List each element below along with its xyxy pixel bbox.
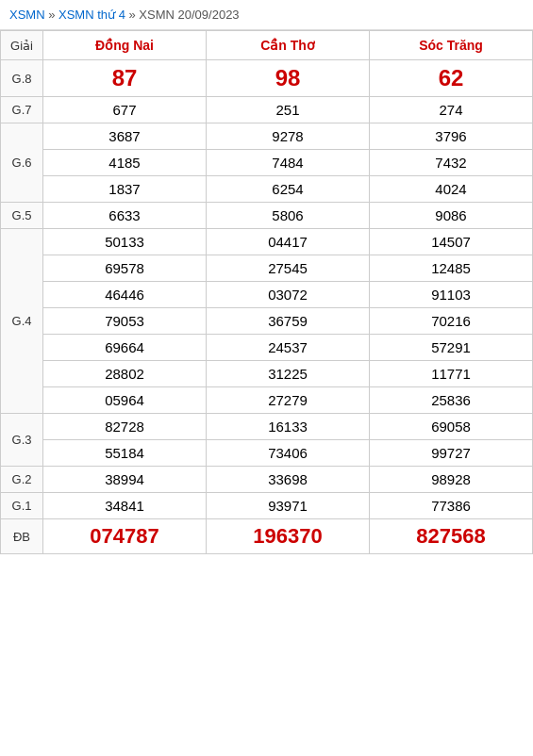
prize-value-g8-0: 87 xyxy=(43,60,207,97)
prize-value-g4-4-2: 57291 xyxy=(370,335,533,361)
prize-value-g8-2: 62 xyxy=(370,60,533,97)
prize-value-g2-0: 38994 xyxy=(43,467,207,493)
prize-label-g8: G.8 xyxy=(1,60,43,97)
prize-value-g6-1-2: 7432 xyxy=(370,150,533,176)
prize-value-g7-1: 251 xyxy=(207,97,370,123)
prize-value-g4-2-1: 03072 xyxy=(207,282,370,308)
prize-value-g4-0-1: 04417 xyxy=(207,229,370,255)
prize-label-db: ĐB xyxy=(1,519,43,554)
prize-value-g4-3-2: 70216 xyxy=(370,308,533,335)
prize-value-g4-1-0: 69578 xyxy=(43,255,207,282)
prize-value-db-1: 196370 xyxy=(207,519,370,554)
prize-label-g6: G.6 xyxy=(1,123,43,203)
prize-value-g4-0-2: 14507 xyxy=(370,229,533,255)
prize-label-g4: G.4 xyxy=(1,229,43,414)
prize-value-g8-1: 98 xyxy=(207,60,370,97)
prize-value-g4-3-0: 79053 xyxy=(43,308,207,335)
breadcrumb-sep1: » xyxy=(48,8,58,22)
prize-value-g7-2: 274 xyxy=(370,97,533,123)
prize-label-g2: G.2 xyxy=(1,467,43,493)
prize-value-g1-2: 77386 xyxy=(370,493,533,519)
prize-label-g5: G.5 xyxy=(1,203,43,229)
prize-value-g4-3-1: 36759 xyxy=(207,308,370,335)
prize-value-g2-2: 98928 xyxy=(370,467,533,493)
breadcrumb-link-xsmn[interactable]: XSMN xyxy=(9,8,45,22)
prize-value-g6-2-0: 1837 xyxy=(43,176,207,203)
prize-value-g3-0-2: 69058 xyxy=(370,414,533,440)
breadcrumb-current: XSMN 20/09/2023 xyxy=(139,8,239,22)
prize-value-db-2: 827568 xyxy=(370,519,533,554)
prize-label-g3: G.3 xyxy=(1,414,43,467)
prize-label-g7: G.7 xyxy=(1,97,43,123)
prize-value-g4-6-0: 05964 xyxy=(43,387,207,414)
prize-value-g3-1-2: 99727 xyxy=(370,440,533,467)
prize-value-g3-1-1: 73406 xyxy=(207,440,370,467)
prize-value-g6-1-0: 4185 xyxy=(43,150,207,176)
prize-value-g3-0-1: 16133 xyxy=(207,414,370,440)
prize-value-g4-2-0: 46446 xyxy=(43,282,207,308)
prize-value-g7-0: 677 xyxy=(43,97,207,123)
col-header-giai: Giải xyxy=(1,31,43,60)
prize-value-g4-5-2: 11771 xyxy=(370,361,533,387)
prize-label-g1: G.1 xyxy=(1,493,43,519)
prize-value-db-0: 074787 xyxy=(43,519,207,554)
prize-value-g4-1-2: 12485 xyxy=(370,255,533,282)
prize-value-g6-0-1: 9278 xyxy=(207,123,370,150)
prize-value-g4-6-2: 25836 xyxy=(370,387,533,414)
prize-value-g4-6-1: 27279 xyxy=(207,387,370,414)
prize-value-g6-2-2: 4024 xyxy=(370,176,533,203)
prize-value-g6-0-0: 3687 xyxy=(43,123,207,150)
lottery-table: Giải Đồng Nai Cần Thơ Sóc Trăng G.887986… xyxy=(0,30,533,554)
col-header-can-tho: Cần Thơ xyxy=(207,31,370,60)
prize-value-g4-5-1: 31225 xyxy=(207,361,370,387)
prize-value-g3-1-0: 55184 xyxy=(43,440,207,467)
prize-value-g4-4-0: 69664 xyxy=(43,335,207,361)
prize-value-g6-1-1: 7484 xyxy=(207,150,370,176)
prize-value-g6-2-1: 6254 xyxy=(207,176,370,203)
breadcrumb: XSMN » XSMN thứ 4 » XSMN 20/09/2023 xyxy=(0,0,533,30)
col-header-soc-trang: Sóc Trăng xyxy=(370,31,533,60)
prize-value-g1-0: 34841 xyxy=(43,493,207,519)
breadcrumb-link-thu4[interactable]: XSMN thứ 4 xyxy=(58,8,125,22)
col-header-dong-nai: Đồng Nai xyxy=(43,31,207,60)
prize-value-g4-5-0: 28802 xyxy=(43,361,207,387)
prize-value-g5-2: 9086 xyxy=(370,203,533,229)
prize-value-g4-2-2: 91103 xyxy=(370,282,533,308)
prize-value-g2-1: 33698 xyxy=(207,467,370,493)
prize-value-g6-0-2: 3796 xyxy=(370,123,533,150)
prize-value-g3-0-0: 82728 xyxy=(43,414,207,440)
breadcrumb-sep2: » xyxy=(129,8,140,22)
prize-value-g5-1: 5806 xyxy=(207,203,370,229)
prize-value-g4-4-1: 24537 xyxy=(207,335,370,361)
prize-value-g1-1: 93971 xyxy=(207,493,370,519)
prize-value-g4-0-0: 50133 xyxy=(43,229,207,255)
prize-value-g4-1-1: 27545 xyxy=(207,255,370,282)
prize-value-g5-0: 6633 xyxy=(43,203,207,229)
